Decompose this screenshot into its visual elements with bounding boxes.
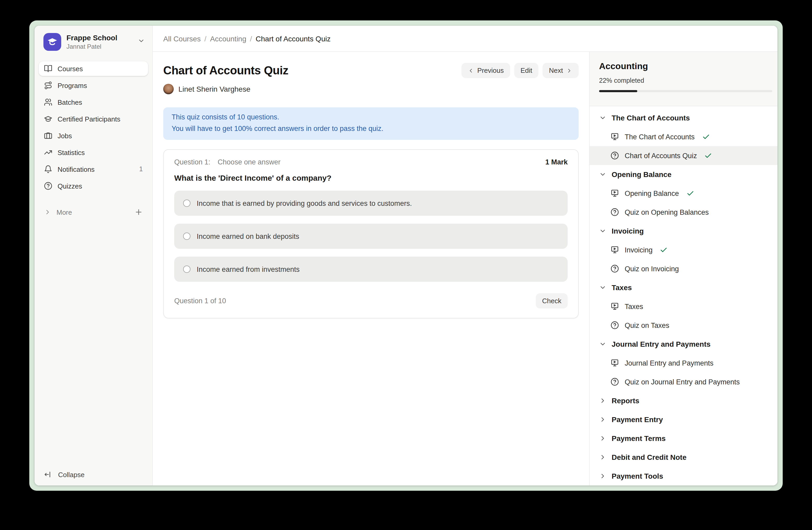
radio-button[interactable] <box>183 233 190 240</box>
chapter-the-chart-of-accounts[interactable]: The Chart of Accounts <box>590 108 778 127</box>
breadcrumb: All Courses / Accounting / Chart of Acco… <box>153 26 778 52</box>
question-card: Question 1: Choose one answer 1 Mark Wha… <box>163 149 579 318</box>
chapter-debit-and-credit-note[interactable]: Debit and Credit Note <box>590 448 778 466</box>
lesson-quiz-on-invoicing[interactable]: Quiz on Invoicing <box>590 259 778 278</box>
collapse-sidebar-button[interactable]: Collapse <box>39 466 148 482</box>
chevron-right-icon <box>44 208 51 216</box>
lesson-opening-balance[interactable]: Opening Balance <box>590 184 778 203</box>
chapter-taxes[interactable]: Taxes <box>590 278 778 297</box>
screen: Frappe School Jannat Patel Courses Progr <box>0 0 812 530</box>
check-icon <box>660 246 668 254</box>
sidebar-item-statistics[interactable]: Statistics <box>39 145 148 160</box>
workspace-user: Jannat Patel <box>67 43 132 51</box>
answer-option-1[interactable]: Income that is earned by providing goods… <box>174 191 568 216</box>
sidebar-item-jobs[interactable]: Jobs <box>39 128 148 143</box>
sidebar-item-label: Statistics <box>58 149 85 156</box>
sidebar-item-programs[interactable]: Programs <box>39 78 148 93</box>
course-progress-text: 22% completed <box>599 76 772 85</box>
banner-line-2: You will have to get 100% correct answer… <box>172 123 570 135</box>
route-icon <box>44 81 52 89</box>
app-sidebar: Frappe School Jannat Patel Courses Progr <box>34 26 153 486</box>
bell-icon <box>44 165 52 173</box>
answer-options: Income that is earned by providing goods… <box>174 191 568 282</box>
sidebar-item-label: Programs <box>58 81 87 89</box>
next-button[interactable]: Next <box>543 63 579 78</box>
option-label: Income earned on bank deposits <box>197 232 299 240</box>
chapter-payment-entry[interactable]: Payment Entry <box>590 410 778 429</box>
lesson-taxes[interactable]: Taxes <box>590 297 778 316</box>
briefcase-icon <box>44 131 52 140</box>
sidebar-item-more[interactable]: More <box>39 205 148 220</box>
breadcrumb-all-courses[interactable]: All Courses <box>163 34 201 43</box>
chevron-down-icon <box>599 114 606 122</box>
sidebar-item-label: Jobs <box>58 132 72 140</box>
course-outline-panel: Accounting 22% completed The Chart of Ac… <box>589 52 778 486</box>
chevron-right-icon <box>599 472 606 480</box>
chevron-left-icon <box>468 67 474 73</box>
check-icon <box>704 152 712 159</box>
course-title: Accounting <box>599 60 772 73</box>
sidebar-item-quizzes[interactable]: Quizzes <box>39 179 148 193</box>
users-icon <box>44 98 52 106</box>
chapter-journal-entry-and-payments[interactable]: Journal Entry and Payments <box>590 335 778 353</box>
sidebar-item-courses[interactable]: Courses <box>39 61 148 76</box>
sidebar-item-batches[interactable]: Batches <box>39 95 148 110</box>
workspace-switcher[interactable]: Frappe School Jannat Patel <box>39 30 148 54</box>
lesson-quiz-on-taxes[interactable]: Quiz on Taxes <box>590 316 778 335</box>
monitor-play-icon <box>611 246 619 254</box>
frappe-school-logo <box>43 33 61 51</box>
answer-option-3[interactable]: Income earned from investments <box>174 256 568 282</box>
author-name: Linet Sherin Varghese <box>178 85 250 93</box>
content-region: Chart of Accounts Quiz Previous Edit <box>153 52 778 486</box>
monitor-play-icon <box>611 189 619 197</box>
radio-button[interactable] <box>183 266 190 273</box>
chapter-invoicing[interactable]: Invoicing <box>590 222 778 240</box>
answer-option-2[interactable]: Income earned on bank deposits <box>174 224 568 249</box>
course-progress-header: Accounting 22% completed <box>590 52 778 106</box>
course-outline: The Chart of Accounts The Chart of Accou… <box>590 106 778 486</box>
monitor-play-icon <box>611 302 619 310</box>
workspace-title: Frappe School <box>67 33 132 42</box>
chevron-down-icon <box>599 227 606 235</box>
chapter-payment-terms[interactable]: Payment Terms <box>590 429 778 448</box>
sidebar-item-certified-participants[interactable]: Certified Participants <box>39 112 148 126</box>
chapter-opening-balance[interactable]: Opening Balance <box>590 165 778 184</box>
chevron-right-icon <box>599 435 606 442</box>
main-region: All Courses / Accounting / Chart of Acco… <box>153 26 778 486</box>
check-button[interactable]: Check <box>536 293 568 308</box>
monitor-play-icon <box>611 359 619 367</box>
chapter-payment-tools[interactable]: Payment Tools <box>590 466 778 486</box>
breadcrumb-separator: / <box>250 34 252 43</box>
quiz-page: Chart of Accounts Quiz Previous Edit <box>153 52 589 486</box>
page-actions: Previous Edit Next <box>462 63 579 78</box>
previous-button[interactable]: Previous <box>462 63 510 78</box>
lesson-quiz-on-journal-entry-and-payments[interactable]: Quiz on Journal Entry and Payments <box>590 372 778 391</box>
lesson-journal-entry-and-payments[interactable]: Journal Entry and Payments <box>590 353 778 372</box>
chevron-down-icon <box>137 37 145 46</box>
breadcrumb-accounting[interactable]: Accounting <box>210 34 246 43</box>
chevron-down-icon <box>599 284 606 291</box>
question-text: What is the 'Direct Income' of a company… <box>174 173 568 182</box>
lesson-invoicing[interactable]: Invoicing <box>590 240 778 259</box>
question-pager: Question 1 of 10 <box>174 297 226 305</box>
chevron-down-icon <box>599 340 606 348</box>
book-open-icon <box>44 65 52 73</box>
sidebar-item-label: Quizzes <box>58 182 82 190</box>
lesson-the-chart-of-accounts[interactable]: The Chart of Accounts <box>590 127 778 146</box>
sidebar-item-label: Batches <box>58 98 82 106</box>
radio-button[interactable] <box>183 199 190 207</box>
question-instruction: Choose one answer <box>218 158 280 166</box>
question-number-label: Question 1: <box>174 158 210 166</box>
collapse-sidebar-icon <box>44 470 52 479</box>
lesson-chart-of-accounts-quiz[interactable]: Chart of Accounts Quiz <box>590 146 778 165</box>
question-marks: 1 Mark <box>545 158 568 166</box>
workspace-info: Frappe School Jannat Patel <box>67 33 132 51</box>
option-label: Income earned from investments <box>197 265 300 273</box>
monitor-play-icon <box>611 132 619 141</box>
edit-button[interactable]: Edit <box>514 63 539 78</box>
author-row: Linet Sherin Varghese <box>163 84 579 94</box>
add-button[interactable] <box>134 208 143 216</box>
lesson-quiz-on-opening-balances[interactable]: Quiz on Opening Balances <box>590 203 778 222</box>
chapter-reports[interactable]: Reports <box>590 391 778 410</box>
sidebar-item-notifications[interactable]: Notifications 1 <box>39 162 148 177</box>
